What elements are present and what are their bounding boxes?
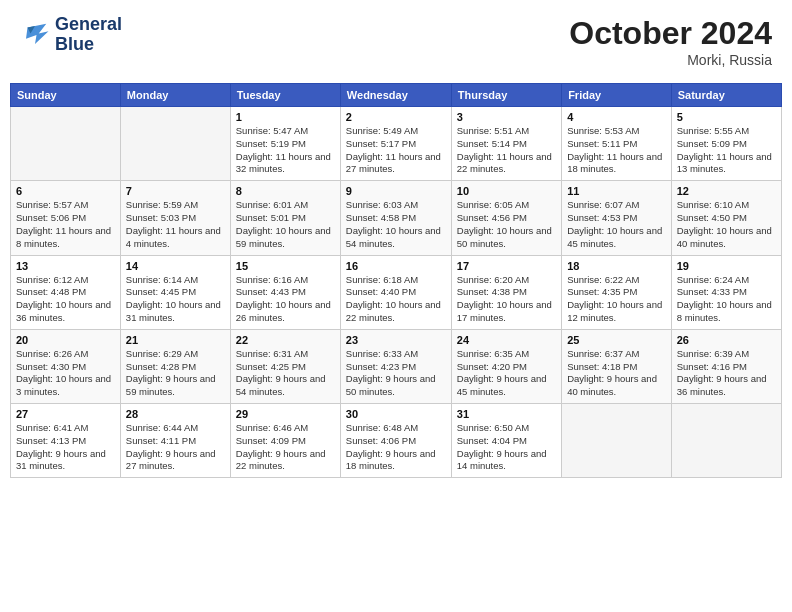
weekday-header-thursday: Thursday	[451, 84, 561, 107]
day-number: 3	[457, 111, 556, 123]
logo: General Blue	[20, 15, 122, 55]
day-info: Sunrise: 6:33 AMSunset: 4:23 PMDaylight:…	[346, 348, 446, 399]
day-number: 1	[236, 111, 335, 123]
day-number: 15	[236, 260, 335, 272]
day-number: 22	[236, 334, 335, 346]
day-info: Sunrise: 6:24 AMSunset: 4:33 PMDaylight:…	[677, 274, 776, 325]
day-number: 7	[126, 185, 225, 197]
calendar-cell: 15Sunrise: 6:16 AMSunset: 4:43 PMDayligh…	[230, 255, 340, 329]
day-number: 12	[677, 185, 776, 197]
day-info: Sunrise: 6:46 AMSunset: 4:09 PMDaylight:…	[236, 422, 335, 473]
calendar-cell: 27Sunrise: 6:41 AMSunset: 4:13 PMDayligh…	[11, 404, 121, 478]
weekday-header-friday: Friday	[562, 84, 672, 107]
day-number: 14	[126, 260, 225, 272]
day-info: Sunrise: 6:03 AMSunset: 4:58 PMDaylight:…	[346, 199, 446, 250]
day-info: Sunrise: 6:39 AMSunset: 4:16 PMDaylight:…	[677, 348, 776, 399]
day-info: Sunrise: 5:51 AMSunset: 5:14 PMDaylight:…	[457, 125, 556, 176]
calendar-cell	[671, 404, 781, 478]
day-number: 30	[346, 408, 446, 420]
calendar-cell: 4Sunrise: 5:53 AMSunset: 5:11 PMDaylight…	[562, 107, 672, 181]
day-number: 9	[346, 185, 446, 197]
calendar-cell: 13Sunrise: 6:12 AMSunset: 4:48 PMDayligh…	[11, 255, 121, 329]
calendar-week-2: 6Sunrise: 5:57 AMSunset: 5:06 PMDaylight…	[11, 181, 782, 255]
day-info: Sunrise: 5:55 AMSunset: 5:09 PMDaylight:…	[677, 125, 776, 176]
day-number: 20	[16, 334, 115, 346]
weekday-header-tuesday: Tuesday	[230, 84, 340, 107]
calendar-cell: 19Sunrise: 6:24 AMSunset: 4:33 PMDayligh…	[671, 255, 781, 329]
logo-icon	[20, 20, 50, 50]
calendar-cell: 12Sunrise: 6:10 AMSunset: 4:50 PMDayligh…	[671, 181, 781, 255]
calendar-cell: 7Sunrise: 5:59 AMSunset: 5:03 PMDaylight…	[120, 181, 230, 255]
day-info: Sunrise: 6:50 AMSunset: 4:04 PMDaylight:…	[457, 422, 556, 473]
calendar-cell: 5Sunrise: 5:55 AMSunset: 5:09 PMDaylight…	[671, 107, 781, 181]
day-number: 19	[677, 260, 776, 272]
calendar-cell: 18Sunrise: 6:22 AMSunset: 4:35 PMDayligh…	[562, 255, 672, 329]
calendar-cell	[562, 404, 672, 478]
day-number: 31	[457, 408, 556, 420]
calendar-cell: 22Sunrise: 6:31 AMSunset: 4:25 PMDayligh…	[230, 329, 340, 403]
weekday-header-sunday: Sunday	[11, 84, 121, 107]
page-header: General Blue October 2024 Morki, Russia	[10, 10, 782, 73]
day-info: Sunrise: 6:10 AMSunset: 4:50 PMDaylight:…	[677, 199, 776, 250]
calendar-week-5: 27Sunrise: 6:41 AMSunset: 4:13 PMDayligh…	[11, 404, 782, 478]
calendar-cell: 29Sunrise: 6:46 AMSunset: 4:09 PMDayligh…	[230, 404, 340, 478]
day-info: Sunrise: 6:35 AMSunset: 4:20 PMDaylight:…	[457, 348, 556, 399]
day-info: Sunrise: 6:37 AMSunset: 4:18 PMDaylight:…	[567, 348, 666, 399]
day-number: 26	[677, 334, 776, 346]
month-title: October 2024	[569, 15, 772, 52]
day-info: Sunrise: 5:49 AMSunset: 5:17 PMDaylight:…	[346, 125, 446, 176]
calendar-cell: 8Sunrise: 6:01 AMSunset: 5:01 PMDaylight…	[230, 181, 340, 255]
day-info: Sunrise: 5:57 AMSunset: 5:06 PMDaylight:…	[16, 199, 115, 250]
day-info: Sunrise: 6:22 AMSunset: 4:35 PMDaylight:…	[567, 274, 666, 325]
day-number: 29	[236, 408, 335, 420]
calendar-cell: 21Sunrise: 6:29 AMSunset: 4:28 PMDayligh…	[120, 329, 230, 403]
day-info: Sunrise: 6:12 AMSunset: 4:48 PMDaylight:…	[16, 274, 115, 325]
day-info: Sunrise: 6:44 AMSunset: 4:11 PMDaylight:…	[126, 422, 225, 473]
day-number: 28	[126, 408, 225, 420]
day-number: 23	[346, 334, 446, 346]
calendar-cell: 3Sunrise: 5:51 AMSunset: 5:14 PMDaylight…	[451, 107, 561, 181]
weekday-header-wednesday: Wednesday	[340, 84, 451, 107]
calendar-cell: 25Sunrise: 6:37 AMSunset: 4:18 PMDayligh…	[562, 329, 672, 403]
day-info: Sunrise: 6:31 AMSunset: 4:25 PMDaylight:…	[236, 348, 335, 399]
calendar-cell: 9Sunrise: 6:03 AMSunset: 4:58 PMDaylight…	[340, 181, 451, 255]
day-number: 16	[346, 260, 446, 272]
day-info: Sunrise: 6:26 AMSunset: 4:30 PMDaylight:…	[16, 348, 115, 399]
title-block: October 2024 Morki, Russia	[569, 15, 772, 68]
calendar-cell: 1Sunrise: 5:47 AMSunset: 5:19 PMDaylight…	[230, 107, 340, 181]
calendar-cell: 14Sunrise: 6:14 AMSunset: 4:45 PMDayligh…	[120, 255, 230, 329]
day-number: 13	[16, 260, 115, 272]
day-info: Sunrise: 6:01 AMSunset: 5:01 PMDaylight:…	[236, 199, 335, 250]
day-info: Sunrise: 6:29 AMSunset: 4:28 PMDaylight:…	[126, 348, 225, 399]
calendar-week-3: 13Sunrise: 6:12 AMSunset: 4:48 PMDayligh…	[11, 255, 782, 329]
day-info: Sunrise: 5:59 AMSunset: 5:03 PMDaylight:…	[126, 199, 225, 250]
day-info: Sunrise: 6:05 AMSunset: 4:56 PMDaylight:…	[457, 199, 556, 250]
calendar-cell: 24Sunrise: 6:35 AMSunset: 4:20 PMDayligh…	[451, 329, 561, 403]
calendar-cell: 10Sunrise: 6:05 AMSunset: 4:56 PMDayligh…	[451, 181, 561, 255]
calendar-cell	[11, 107, 121, 181]
calendar-cell: 31Sunrise: 6:50 AMSunset: 4:04 PMDayligh…	[451, 404, 561, 478]
calendar-table: SundayMondayTuesdayWednesdayThursdayFrid…	[10, 83, 782, 478]
day-number: 27	[16, 408, 115, 420]
day-info: Sunrise: 5:47 AMSunset: 5:19 PMDaylight:…	[236, 125, 335, 176]
calendar-cell: 16Sunrise: 6:18 AMSunset: 4:40 PMDayligh…	[340, 255, 451, 329]
day-number: 5	[677, 111, 776, 123]
logo-text: General Blue	[55, 15, 122, 55]
day-number: 25	[567, 334, 666, 346]
day-number: 8	[236, 185, 335, 197]
day-number: 11	[567, 185, 666, 197]
day-info: Sunrise: 6:07 AMSunset: 4:53 PMDaylight:…	[567, 199, 666, 250]
day-info: Sunrise: 6:20 AMSunset: 4:38 PMDaylight:…	[457, 274, 556, 325]
location: Morki, Russia	[569, 52, 772, 68]
day-info: Sunrise: 6:18 AMSunset: 4:40 PMDaylight:…	[346, 274, 446, 325]
day-number: 10	[457, 185, 556, 197]
day-info: Sunrise: 5:53 AMSunset: 5:11 PMDaylight:…	[567, 125, 666, 176]
weekday-header-row: SundayMondayTuesdayWednesdayThursdayFrid…	[11, 84, 782, 107]
weekday-header-monday: Monday	[120, 84, 230, 107]
calendar-week-4: 20Sunrise: 6:26 AMSunset: 4:30 PMDayligh…	[11, 329, 782, 403]
day-info: Sunrise: 6:16 AMSunset: 4:43 PMDaylight:…	[236, 274, 335, 325]
day-number: 18	[567, 260, 666, 272]
calendar-body: 1Sunrise: 5:47 AMSunset: 5:19 PMDaylight…	[11, 107, 782, 478]
day-number: 4	[567, 111, 666, 123]
calendar-cell: 28Sunrise: 6:44 AMSunset: 4:11 PMDayligh…	[120, 404, 230, 478]
